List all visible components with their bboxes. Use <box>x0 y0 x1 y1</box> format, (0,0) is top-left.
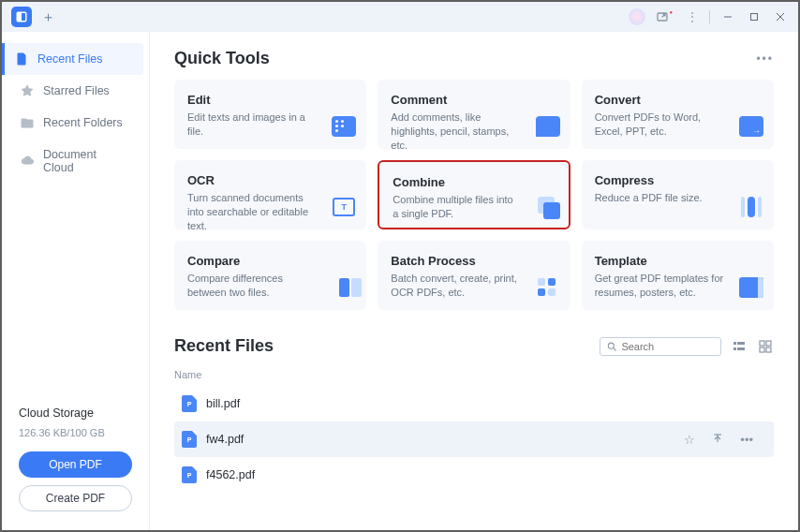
tool-batch[interactable]: Batch ProcessBatch convert, create, prin… <box>378 241 570 310</box>
tool-title: Compare <box>187 254 353 268</box>
tool-desc: Get great PDF templates for resumes, pos… <box>595 272 761 300</box>
notification-dot: ● <box>669 9 673 15</box>
create-pdf-button[interactable]: Create PDF <box>19 485 132 511</box>
tool-title: OCR <box>187 173 353 187</box>
tool-title: Batch Process <box>391 254 556 268</box>
tool-desc: Batch convert, create, print, OCR PDFs, … <box>391 272 556 300</box>
sidebar-item-recent-files[interactable]: Recent Files <box>2 43 143 75</box>
convert-icon <box>738 113 764 140</box>
cloud-icon <box>21 155 34 168</box>
sidebar-item-label: Recent Folders <box>43 116 123 129</box>
list-view-button[interactable] <box>731 338 748 355</box>
svg-point-7 <box>608 343 614 348</box>
menu-icon[interactable]: ⋮ <box>681 6 704 28</box>
tool-desc: Convert PDFs to Word, Excel, PPT, etc. <box>595 111 761 139</box>
tool-title: Convert <box>595 93 761 107</box>
titlebar: ＋ ● ⋮ <box>2 2 798 32</box>
sidebar-item-label: Document Cloud <box>43 148 130 174</box>
tool-edit[interactable]: EditEdit texts and images in a file. <box>174 80 366 149</box>
tool-template[interactable]: TemplateGet great PDF templates for resu… <box>582 241 774 310</box>
tool-compress[interactable]: CompressReduce a PDF file size. <box>582 160 774 229</box>
svg-line-8 <box>614 347 616 350</box>
batch-icon <box>535 274 561 301</box>
svg-rect-12 <box>737 347 745 350</box>
compress-icon <box>738 194 764 220</box>
svg-rect-11 <box>733 347 736 350</box>
app-logo <box>11 7 32 27</box>
tool-combine[interactable]: CombineCombine multiple files into a sin… <box>378 160 570 229</box>
close-button[interactable] <box>768 7 793 27</box>
tool-title: Template <box>595 254 761 268</box>
files-list: Pbill.pdfPfw4.pdf☆•••Pf4562.pdf <box>174 386 774 493</box>
svg-rect-1 <box>17 12 22 22</box>
account-icon[interactable] <box>629 8 645 25</box>
tool-title: Compress <box>595 173 761 187</box>
search-icon <box>607 341 616 352</box>
tool-ocr[interactable]: OCRTurn scanned documents into searchabl… <box>174 160 366 229</box>
tool-desc: Reduce a PDF file size. <box>595 191 761 205</box>
pin-icon[interactable] <box>712 433 723 447</box>
file-row[interactable]: Pf4562.pdf <box>174 457 774 493</box>
maximize-button[interactable] <box>742 7 766 27</box>
compare-icon <box>331 274 357 301</box>
svg-rect-15 <box>760 347 764 352</box>
star-icon[interactable]: ☆ <box>684 433 695 447</box>
tool-desc: Compare differences between two files. <box>187 272 353 300</box>
file-name: bill.pdf <box>206 397 766 410</box>
cloud-usage: 126.36 KB/100 GB <box>19 427 132 438</box>
svg-rect-16 <box>766 347 771 352</box>
nav: Recent FilesStarred FilesRecent FoldersD… <box>2 43 149 395</box>
svg-rect-4 <box>751 14 758 21</box>
column-name: Name <box>174 363 774 386</box>
tool-comment[interactable]: CommentAdd comments, like highlights, pe… <box>378 80 570 149</box>
search-input[interactable] <box>621 341 714 352</box>
sidebar-item-label: Recent Files <box>37 52 102 66</box>
sidebar-item-starred-files[interactable]: Starred Files <box>7 75 143 107</box>
quick-tools-title: Quick Tools <box>174 49 270 68</box>
pdf-icon: P <box>182 466 197 483</box>
edit-icon <box>331 113 357 140</box>
cloud-title: Cloud Storage <box>19 406 132 420</box>
folder-icon <box>21 116 34 129</box>
star-icon <box>21 84 34 97</box>
tool-convert[interactable]: ConvertConvert PDFs to Word, Excel, PPT,… <box>582 80 774 149</box>
cloud-storage-section: Cloud Storage 126.36 KB/100 GB Open PDF … <box>2 395 149 530</box>
sidebar: Recent FilesStarred FilesRecent FoldersD… <box>2 32 150 530</box>
recent-files-title: Recent Files <box>174 336 274 356</box>
minimize-button[interactable] <box>716 7 740 27</box>
file-icon <box>15 52 28 66</box>
tool-desc: Combine multiple files into a single PDF… <box>393 193 555 221</box>
sidebar-item-document-cloud[interactable]: Document Cloud <box>7 139 143 184</box>
open-pdf-button[interactable]: Open PDF <box>19 451 132 478</box>
svg-rect-10 <box>737 342 745 345</box>
tool-title: Edit <box>187 93 353 107</box>
pdf-icon: P <box>182 395 197 412</box>
sidebar-item-recent-folders[interactable]: Recent Folders <box>7 107 143 139</box>
tool-desc: Turn scanned documents into searchable o… <box>187 191 353 233</box>
more-icon[interactable]: ••• <box>740 433 753 447</box>
template-icon <box>738 274 764 301</box>
pdf-icon: P <box>182 431 197 448</box>
combine-icon <box>533 192 559 218</box>
tools-grid: EditEdit texts and images in a file.Comm… <box>174 80 774 310</box>
svg-rect-9 <box>733 342 736 345</box>
tool-desc: Edit texts and images in a file. <box>187 111 353 139</box>
tool-desc: Add comments, like highlights, pencil, s… <box>391 111 556 153</box>
sidebar-item-label: Starred Files <box>43 84 110 97</box>
new-tab-button[interactable]: ＋ <box>37 7 58 27</box>
file-name: fw4.pdf <box>206 433 674 446</box>
quick-tools-more[interactable]: ••• <box>756 52 774 66</box>
comment-icon <box>535 113 561 140</box>
file-row[interactable]: Pbill.pdf <box>174 386 774 421</box>
tool-title: Comment <box>391 93 556 107</box>
tool-compare[interactable]: CompareCompare differences between two f… <box>174 241 366 310</box>
svg-rect-14 <box>766 341 771 346</box>
svg-rect-13 <box>760 341 764 346</box>
search-box[interactable] <box>600 337 721 356</box>
tool-title: Combine <box>393 175 555 189</box>
file-row[interactable]: Pfw4.pdf☆••• <box>174 421 774 457</box>
grid-view-button[interactable] <box>757 338 774 355</box>
file-name: f4562.pdf <box>206 468 766 481</box>
main-content: Quick Tools ••• EditEdit texts and image… <box>150 32 798 530</box>
ocr-icon: T <box>331 194 357 220</box>
